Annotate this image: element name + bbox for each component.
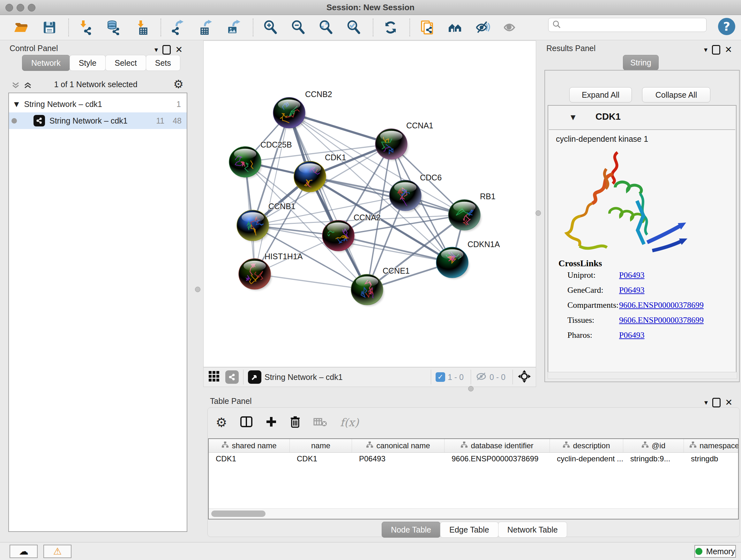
- network-edge[interactable]: [338, 236, 452, 262]
- panel-menu-icon[interactable]: ▾: [154, 46, 158, 54]
- add-column-icon[interactable]: [266, 416, 277, 429]
- network-edge[interactable]: [289, 113, 367, 290]
- bottom-splitter-handle[interactable]: [468, 386, 474, 391]
- warnings-button[interactable]: ⚠: [44, 545, 71, 558]
- zoom-in-icon[interactable]: [262, 18, 280, 37]
- network-node-CDC6[interactable]: [389, 180, 421, 215]
- zoom-out-icon[interactable]: [289, 18, 307, 37]
- column-header-namespace[interactable]: namespace: [684, 439, 739, 452]
- network-node-HIST1H1A[interactable]: [239, 259, 271, 289]
- collection-expand-icon[interactable]: ▼: [14, 100, 19, 108]
- zoom-selected-icon[interactable]: [345, 18, 363, 37]
- table-cell[interactable]: stringdb: [684, 452, 739, 465]
- network-node-CCNA2[interactable]: [322, 220, 354, 251]
- scrollbar-thumb[interactable]: [211, 510, 266, 517]
- table-cell[interactable]: P06493: [352, 452, 445, 465]
- column-header-description[interactable]: description: [550, 439, 623, 452]
- column-header-canonicalname[interactable]: canonical name: [352, 439, 445, 452]
- new-network-from-selection-icon[interactable]: [418, 18, 436, 37]
- crosslink-link[interactable]: P06493: [619, 330, 644, 340]
- network-options-gear-icon[interactable]: ⚙: [173, 78, 184, 90]
- help-icon[interactable]: ?: [718, 18, 735, 35]
- tab-edge-table[interactable]: Edge Table: [440, 522, 498, 538]
- collapse-all-button[interactable]: Collapse All: [642, 87, 711, 103]
- results-panel: Results Panel ▾ ✕ String Expand All Coll…: [542, 41, 741, 387]
- network-node-CCNB1[interactable]: [237, 210, 269, 241]
- crosslink-link[interactable]: 9606.ENSP00000378699: [619, 300, 704, 310]
- network-node-CCNA1[interactable]: [375, 129, 407, 159]
- network-overview-icon[interactable]: [446, 18, 464, 37]
- network-node-CCNB2[interactable]: [273, 98, 305, 128]
- column-header-name[interactable]: name: [290, 439, 352, 452]
- left-splitter-handle[interactable]: [195, 287, 200, 292]
- grid-view-icon[interactable]: [208, 370, 220, 384]
- export-network-icon[interactable]: [170, 18, 187, 37]
- column-label: canonical name: [376, 441, 430, 450]
- results-scrollbar[interactable]: [548, 372, 737, 379]
- import-table-icon[interactable]: [133, 18, 151, 37]
- table-cell[interactable]: stringdb:9...: [623, 452, 684, 465]
- panel-close-icon[interactable]: ✕: [725, 44, 732, 55]
- table-horizontal-scrollbar[interactable]: [209, 508, 738, 519]
- panel-float-icon[interactable]: [712, 45, 720, 55]
- panel-close-icon[interactable]: ✕: [725, 397, 732, 408]
- tab-node-table[interactable]: Node Table: [382, 522, 441, 538]
- collapse-card-icon[interactable]: ▼: [570, 113, 576, 121]
- cloud-status-button[interactable]: ☁: [10, 545, 38, 558]
- show-columns-icon[interactable]: [240, 416, 253, 429]
- panel-float-icon[interactable]: [162, 45, 171, 55]
- table-cell[interactable]: 9606.ENSP00000378699: [445, 452, 550, 465]
- table-cell[interactable]: CDK1: [290, 452, 352, 465]
- tab-network-table[interactable]: Network Table: [498, 522, 567, 538]
- crosslink-link[interactable]: P06493: [619, 286, 644, 295]
- hide-selection-icon[interactable]: [474, 18, 492, 37]
- column-header-databaseidentifier[interactable]: database identifier: [445, 439, 550, 452]
- open-session-icon[interactable]: [13, 18, 30, 37]
- tab-style[interactable]: Style: [70, 55, 106, 71]
- export-table-icon[interactable]: [197, 18, 215, 37]
- show-hidden-icon[interactable]: [502, 18, 520, 37]
- panel-menu-icon[interactable]: ▾: [704, 398, 708, 407]
- export-image-icon[interactable]: [225, 18, 243, 37]
- network-node-CDKN1A[interactable]: [436, 247, 468, 278]
- protein-card-header[interactable]: ▼ CDK1: [548, 106, 736, 129]
- column-header-id[interactable]: @id: [623, 439, 684, 452]
- tab-select[interactable]: Select: [105, 55, 146, 71]
- column-header-sharedname[interactable]: shared name: [209, 439, 290, 452]
- network-graph[interactable]: CCNB2CCNA1CDC25BCDK1CDC6RB1CCNB1CCNA2CDK…: [204, 41, 536, 367]
- protein-card-body: cyclin-dependent kinase 1: [549, 129, 735, 371]
- attribute-tree-icon: [642, 441, 649, 450]
- right-splitter-handle[interactable]: [536, 210, 541, 216]
- network-collection-row[interactable]: ▼ String Network – cdk1 1: [9, 96, 187, 112]
- table-cell[interactable]: CDK1: [209, 452, 290, 465]
- results-tab-string[interactable]: String: [623, 55, 659, 70]
- birds-eye-view-icon[interactable]: [248, 370, 261, 384]
- import-network-database-icon[interactable]: [105, 18, 123, 37]
- node-label-CCNA2: CCNA2: [354, 213, 381, 222]
- panel-menu-icon[interactable]: ▾: [704, 46, 708, 54]
- crosslink-link[interactable]: 9606.ENSP00000378699: [619, 315, 704, 325]
- network-row-selected[interactable]: String Network – cdk1 11 48: [9, 112, 187, 129]
- network-node-CDC25B[interactable]: [229, 146, 261, 178]
- network-share-view-icon[interactable]: [225, 370, 239, 384]
- expand-all-button[interactable]: Expand All: [569, 87, 632, 103]
- zoom-fit-icon[interactable]: [317, 18, 335, 37]
- search-input[interactable]: [563, 20, 706, 30]
- tab-network[interactable]: Network: [22, 55, 70, 71]
- selected-items-checkbox-icon[interactable]: ✓: [435, 372, 445, 382]
- panel-close-icon[interactable]: ✕: [175, 44, 183, 55]
- table-settings-gear-icon[interactable]: ⚙: [216, 416, 227, 429]
- import-network-file-icon[interactable]: [77, 18, 95, 37]
- save-session-icon[interactable]: [41, 18, 58, 37]
- pan-crosshair-icon[interactable]: [517, 369, 531, 385]
- table-cell[interactable]: cyclin-dependent ...: [550, 452, 623, 465]
- apply-layout-icon[interactable]: [382, 18, 400, 37]
- tab-sets[interactable]: Sets: [146, 55, 180, 71]
- memory-button[interactable]: Memory: [694, 545, 736, 558]
- panel-float-icon[interactable]: [712, 398, 721, 408]
- delete-column-trash-icon[interactable]: [290, 416, 300, 429]
- network-edge[interactable]: [255, 274, 367, 290]
- crosslink-link[interactable]: P06493: [619, 270, 644, 280]
- network-node-CCNE1[interactable]: [351, 274, 383, 305]
- network-canvas[interactable]: CCNB2CCNA1CDC25BCDK1CDC6RB1CCNB1CCNA2CDK…: [203, 41, 536, 367]
